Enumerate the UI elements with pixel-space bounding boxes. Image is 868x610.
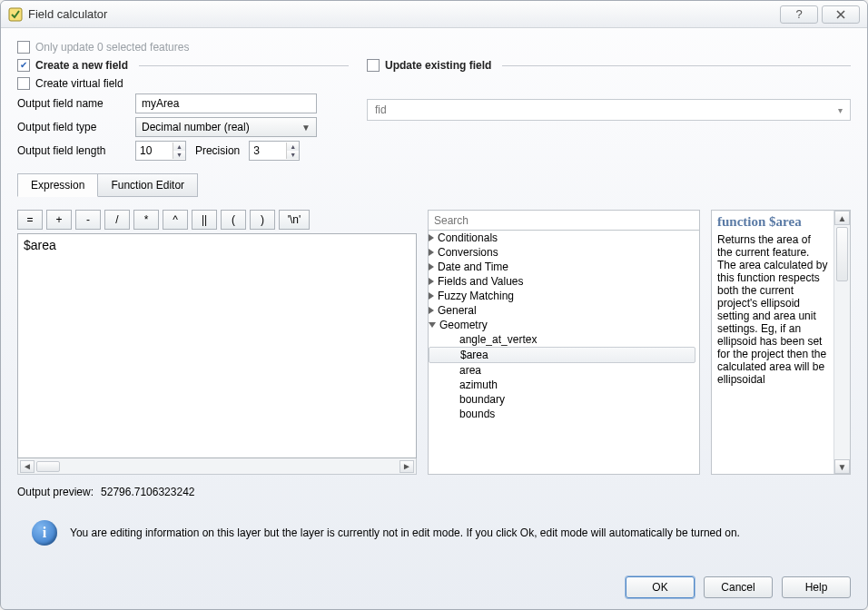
divider <box>139 65 349 66</box>
output-preview-label: Output preview: <box>17 486 94 498</box>
op-multiply[interactable]: * <box>133 210 159 230</box>
create-new-field-checkbox[interactable] <box>17 59 30 72</box>
tab-function-editor[interactable]: Function Editor <box>97 173 198 197</box>
dialog-button-row: OK Cancel Help <box>1 566 867 609</box>
create-virtual-field-checkbox[interactable] <box>17 77 30 90</box>
op-equals[interactable]: = <box>17 210 43 230</box>
op-lparen[interactable]: ( <box>221 210 246 230</box>
precision-label: Precision <box>195 144 240 157</box>
help-body: Returns the area of the current feature.… <box>717 233 828 386</box>
output-field-type-select[interactable]: Decimal number (real) ▼ <box>135 117 317 137</box>
info-message: You are editing information on this laye… <box>70 526 740 539</box>
titlebar: Field calculator ? <box>1 1 867 28</box>
field-calculator-window: Field calculator ? Only update 0 selecte… <box>0 0 868 610</box>
tab-expression[interactable]: Expression <box>17 173 98 197</box>
scroll-right-icon[interactable]: ► <box>399 460 414 473</box>
update-existing-field-checkbox[interactable] <box>367 59 380 72</box>
tree-group[interactable]: Date and Time <box>438 261 508 273</box>
close-icon <box>835 9 846 20</box>
output-field-length-value[interactable] <box>136 143 173 159</box>
scroll-left-icon[interactable]: ◄ <box>20 460 35 473</box>
app-icon <box>8 7 23 22</box>
chevron-down-icon: ▾ <box>838 105 843 115</box>
tree-group-geometry[interactable]: Geometry <box>439 319 488 331</box>
tree-item-area-dollar[interactable]: $area <box>460 349 488 361</box>
editor-tabs: Expression Function Editor <box>17 173 851 197</box>
output-field-type-value: Decimal number (real) <box>142 121 250 133</box>
ok-button[interactable]: OK <box>626 576 695 598</box>
tree-item[interactable]: azimuth <box>459 379 498 391</box>
function-help-panel: function $area Returns the area of the c… <box>712 211 833 474</box>
op-newline[interactable]: '\n' <box>279 210 310 230</box>
tree-item[interactable]: angle_at_vertex <box>459 333 537 346</box>
help-button[interactable]: Help <box>782 576 851 598</box>
output-field-name-label: Output field name <box>17 97 126 110</box>
output-preview-value: 52796.7106323242 <box>101 486 194 498</box>
tree-group[interactable]: Fuzzy Matching <box>438 290 514 302</box>
chevron-down-icon: ▼ <box>301 123 311 133</box>
tree-item[interactable]: boundary <box>459 393 505 406</box>
op-power[interactable]: ^ <box>163 210 188 230</box>
op-rparen[interactable]: ) <box>250 210 275 230</box>
op-divide[interactable]: / <box>104 210 130 230</box>
op-plus[interactable]: + <box>46 210 72 230</box>
output-field-name-input[interactable] <box>135 93 317 113</box>
expression-hscroll[interactable]: ◄ ► <box>17 458 417 475</box>
tree-group[interactable]: Conversions <box>438 246 498 259</box>
op-concat[interactable]: || <box>192 210 217 230</box>
scroll-down-icon[interactable]: ▼ <box>834 459 850 474</box>
output-field-length-spin[interactable]: ▲▼ <box>135 141 186 161</box>
update-existing-field-label: Update existing field <box>385 59 491 72</box>
op-minus[interactable]: - <box>75 210 101 230</box>
help-title: function $area <box>717 214 828 230</box>
tree-item[interactable]: area <box>459 364 481 377</box>
only-update-selected-checkbox[interactable] <box>17 41 30 54</box>
tree-group[interactable]: Fields and Values <box>438 275 524 288</box>
precision-value[interactable] <box>250 143 286 159</box>
expression-textarea[interactable]: $area <box>17 233 417 458</box>
function-search-input[interactable] <box>429 211 699 231</box>
help-titlebar-button[interactable]: ? <box>780 5 818 24</box>
scroll-thumb[interactable] <box>36 461 60 472</box>
scroll-thumb[interactable] <box>836 227 848 281</box>
function-tree[interactable]: Conditionals Conversions Date and Time F… <box>429 231 699 474</box>
divider <box>502 65 851 66</box>
spin-down-icon[interactable]: ▼ <box>287 151 299 159</box>
scroll-up-icon[interactable]: ▲ <box>834 211 850 225</box>
precision-spin[interactable]: ▲▼ <box>249 141 300 161</box>
tree-group[interactable]: Conditionals <box>438 231 498 244</box>
output-field-type-label: Output field type <box>17 121 126 133</box>
spin-up-icon[interactable]: ▲ <box>173 143 185 151</box>
window-title: Field calculator <box>28 7 107 21</box>
info-icon: i <box>32 520 57 546</box>
help-vscroll[interactable]: ▲ ▼ <box>833 211 850 474</box>
create-new-field-label: Create a new field <box>35 59 128 72</box>
tree-item[interactable]: bounds <box>459 408 495 420</box>
create-virtual-field-label: Create virtual field <box>35 77 123 90</box>
spin-up-icon[interactable]: ▲ <box>287 143 299 151</box>
output-field-length-label: Output field length <box>17 144 126 157</box>
tree-group[interactable]: General <box>438 304 477 317</box>
cancel-button[interactable]: Cancel <box>704 576 773 598</box>
close-titlebar-button[interactable] <box>822 5 860 24</box>
expression-text: $area <box>24 238 56 252</box>
update-existing-field-select[interactable]: fid ▾ <box>367 99 851 121</box>
update-existing-field-value: fid <box>375 103 387 116</box>
only-update-selected-label: Only update 0 selected features <box>35 41 189 54</box>
spin-down-icon[interactable]: ▼ <box>173 151 185 159</box>
operator-row: = + - / * ^ || ( ) '\n' <box>17 210 417 230</box>
